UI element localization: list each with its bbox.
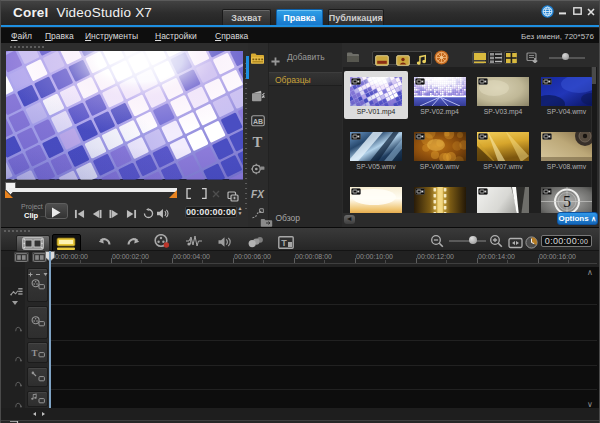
- svg-text:T: T: [31, 347, 37, 357]
- svg-text:T: T: [253, 135, 263, 149]
- svg-text:T: T: [281, 238, 287, 248]
- svg-text:FX: FX: [251, 189, 265, 199]
- svg-text:AB: AB: [252, 118, 262, 125]
